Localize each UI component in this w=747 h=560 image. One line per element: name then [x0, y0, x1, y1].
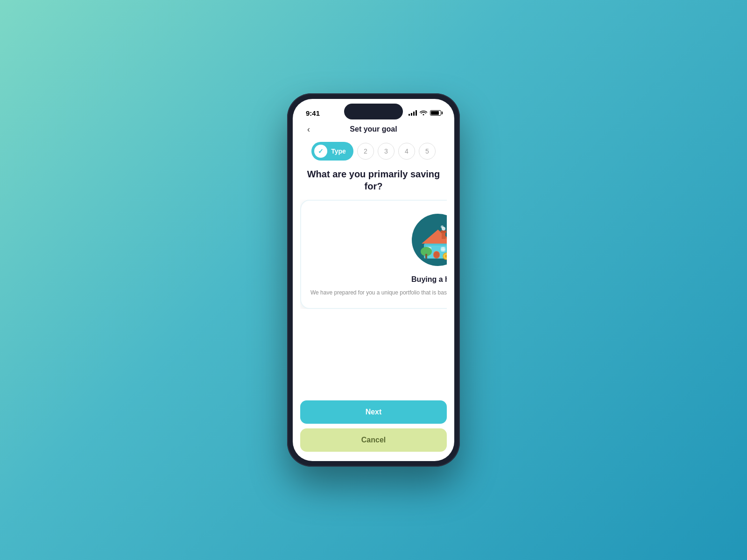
cancel-button[interactable]: Cancel — [300, 428, 447, 452]
svg-rect-8 — [441, 231, 446, 233]
battery-icon — [430, 110, 441, 116]
step-5[interactable]: 5 — [419, 143, 436, 160]
svg-rect-25 — [425, 254, 427, 259]
wifi-icon — [420, 110, 427, 117]
next-button[interactable]: Next — [300, 400, 447, 424]
dynamic-island — [344, 104, 403, 119]
house-illustration — [410, 212, 447, 268]
step-3[interactable]: 3 — [378, 143, 395, 160]
page-header: ‹ Set your goal — [293, 123, 454, 138]
question-title: What are you primarily saving for? — [300, 168, 447, 192]
goal-card-description: We have prepared for you a unique portfo… — [310, 288, 447, 297]
signal-icon — [409, 110, 417, 116]
goal-card-title: Buying a home — [411, 275, 447, 284]
status-icons — [409, 110, 441, 117]
action-buttons: Next Cancel — [293, 395, 454, 461]
svg-point-10 — [441, 225, 444, 228]
step-1-active[interactable]: ✓ Type — [311, 142, 353, 161]
step-progress: ✓ Type 2 3 4 5 — [293, 138, 454, 168]
step-1-label: Type — [331, 147, 346, 155]
back-button[interactable]: ‹ — [302, 123, 315, 136]
svg-rect-12 — [434, 252, 439, 258]
main-content: What are you primarily saving for? — [293, 168, 454, 395]
step-1-check-icon: ✓ — [314, 145, 327, 158]
goal-card-carousel[interactable]: Buying a home We have prepared for you a… — [300, 200, 447, 309]
status-time: 9:41 — [306, 109, 320, 117]
page-title: Set your goal — [350, 125, 397, 133]
phone-screen: 9:41 — [293, 99, 454, 461]
goal-card-home[interactable]: Buying a home We have prepared for you a… — [300, 200, 447, 309]
phone-frame: 9:41 — [287, 93, 460, 467]
step-4[interactable]: 4 — [398, 143, 415, 160]
step-2[interactable]: 2 — [357, 143, 374, 160]
